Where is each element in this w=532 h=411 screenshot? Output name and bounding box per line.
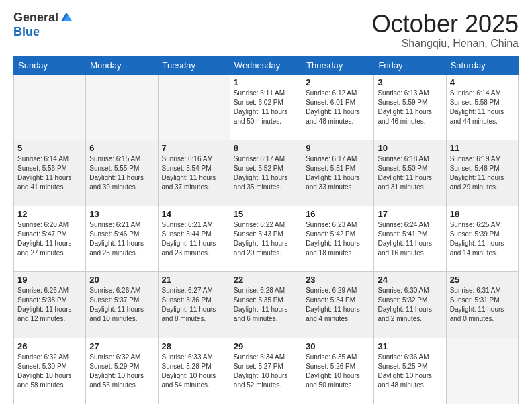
calendar: Sunday Monday Tuesday Wednesday Thursday…	[13, 56, 519, 404]
col-wednesday: Wednesday	[230, 56, 302, 74]
day-number: 4	[450, 77, 515, 87]
day-cell	[86, 74, 158, 140]
day-cell: 8Sunrise: 6:17 AMSunset: 5:52 PMDaylight…	[230, 140, 302, 205]
logo-general: General	[13, 11, 58, 25]
day-number: 23	[306, 275, 370, 285]
day-number: 19	[17, 275, 82, 285]
col-monday: Monday	[86, 56, 158, 74]
day-cell: 18Sunrise: 6:25 AMSunset: 5:39 PMDayligh…	[446, 206, 518, 272]
day-number: 15	[234, 209, 298, 219]
day-info: Sunrise: 6:22 AMSunset: 5:43 PMDaylight:…	[234, 221, 288, 257]
day-info: Sunrise: 6:24 AMSunset: 5:41 PMDaylight:…	[378, 221, 432, 257]
day-number: 31	[378, 341, 442, 351]
week-row-2: 5Sunrise: 6:14 AMSunset: 5:56 PMDaylight…	[14, 140, 519, 205]
day-number: 13	[89, 209, 154, 219]
month-title: October 2025	[372, 11, 519, 38]
week-row-5: 26Sunrise: 6:32 AMSunset: 5:30 PMDayligh…	[14, 338, 519, 404]
col-tuesday: Tuesday	[158, 56, 230, 74]
title-section: October 2025 Shangqiu, Henan, China	[372, 11, 519, 50]
col-saturday: Saturday	[446, 56, 518, 74]
day-number: 30	[306, 341, 370, 351]
col-friday: Friday	[374, 56, 446, 74]
day-cell: 14Sunrise: 6:21 AMSunset: 5:44 PMDayligh…	[158, 206, 230, 272]
page: General Blue October 2025 Shangqiu, Hena…	[0, 0, 532, 411]
day-cell: 15Sunrise: 6:22 AMSunset: 5:43 PMDayligh…	[230, 206, 302, 272]
logo-icon	[60, 11, 73, 25]
week-row-4: 19Sunrise: 6:26 AMSunset: 5:38 PMDayligh…	[14, 272, 519, 338]
col-sunday: Sunday	[14, 56, 86, 74]
day-number: 7	[162, 143, 226, 153]
day-cell: 25Sunrise: 6:31 AMSunset: 5:31 PMDayligh…	[446, 272, 518, 338]
day-info: Sunrise: 6:32 AMSunset: 5:29 PMDaylight:…	[89, 353, 144, 389]
day-cell: 28Sunrise: 6:33 AMSunset: 5:28 PMDayligh…	[158, 338, 230, 404]
day-info: Sunrise: 6:14 AMSunset: 5:58 PMDaylight:…	[450, 89, 504, 125]
day-info: Sunrise: 6:32 AMSunset: 5:30 PMDaylight:…	[17, 353, 72, 389]
day-info: Sunrise: 6:34 AMSunset: 5:27 PMDaylight:…	[234, 353, 288, 389]
day-cell	[14, 74, 86, 140]
day-cell: 27Sunrise: 6:32 AMSunset: 5:29 PMDayligh…	[86, 338, 158, 404]
day-info: Sunrise: 6:19 AMSunset: 5:48 PMDaylight:…	[450, 155, 504, 191]
day-number: 6	[89, 143, 154, 153]
day-number: 25	[450, 275, 515, 285]
day-cell: 6Sunrise: 6:15 AMSunset: 5:55 PMDaylight…	[86, 140, 158, 205]
day-info: Sunrise: 6:30 AMSunset: 5:32 PMDaylight:…	[378, 287, 432, 322]
day-number: 2	[306, 77, 370, 87]
day-cell: 13Sunrise: 6:21 AMSunset: 5:46 PMDayligh…	[86, 206, 158, 272]
day-number: 3	[378, 77, 442, 87]
day-cell: 4Sunrise: 6:14 AMSunset: 5:58 PMDaylight…	[446, 74, 518, 140]
day-info: Sunrise: 6:36 AMSunset: 5:25 PMDaylight:…	[378, 353, 432, 389]
day-info: Sunrise: 6:29 AMSunset: 5:34 PMDaylight:…	[306, 287, 360, 322]
day-number: 20	[89, 275, 154, 285]
day-info: Sunrise: 6:17 AMSunset: 5:51 PMDaylight:…	[306, 155, 360, 191]
day-info: Sunrise: 6:20 AMSunset: 5:47 PMDaylight:…	[17, 221, 72, 257]
day-info: Sunrise: 6:27 AMSunset: 5:36 PMDaylight:…	[162, 287, 216, 322]
day-info: Sunrise: 6:21 AMSunset: 5:46 PMDaylight:…	[89, 221, 144, 257]
day-number: 5	[17, 143, 82, 153]
location: Shangqiu, Henan, China	[372, 38, 519, 50]
header-row: Sunday Monday Tuesday Wednesday Thursday…	[14, 56, 519, 74]
day-cell: 23Sunrise: 6:29 AMSunset: 5:34 PMDayligh…	[302, 272, 374, 338]
day-info: Sunrise: 6:16 AMSunset: 5:54 PMDaylight:…	[162, 155, 216, 191]
day-number: 26	[17, 341, 82, 351]
day-cell: 3Sunrise: 6:13 AMSunset: 5:59 PMDaylight…	[374, 74, 446, 140]
day-cell: 29Sunrise: 6:34 AMSunset: 5:27 PMDayligh…	[230, 338, 302, 404]
day-info: Sunrise: 6:12 AMSunset: 6:01 PMDaylight:…	[306, 89, 360, 125]
day-info: Sunrise: 6:35 AMSunset: 5:26 PMDaylight:…	[306, 353, 360, 389]
day-number: 1	[234, 77, 298, 87]
day-info: Sunrise: 6:33 AMSunset: 5:28 PMDaylight:…	[162, 353, 216, 389]
week-row-3: 12Sunrise: 6:20 AMSunset: 5:47 PMDayligh…	[14, 206, 519, 272]
day-number: 22	[234, 275, 298, 285]
day-number: 27	[89, 341, 154, 351]
day-number: 8	[234, 143, 298, 153]
col-thursday: Thursday	[302, 56, 374, 74]
day-info: Sunrise: 6:31 AMSunset: 5:31 PMDaylight:…	[450, 287, 504, 322]
day-info: Sunrise: 6:17 AMSunset: 5:52 PMDaylight:…	[234, 155, 288, 191]
day-number: 18	[450, 209, 515, 219]
day-info: Sunrise: 6:25 AMSunset: 5:39 PMDaylight:…	[450, 221, 504, 257]
day-number: 17	[378, 209, 442, 219]
day-cell: 12Sunrise: 6:20 AMSunset: 5:47 PMDayligh…	[14, 206, 86, 272]
day-number: 11	[450, 143, 515, 153]
day-number: 14	[162, 209, 226, 219]
day-cell: 26Sunrise: 6:32 AMSunset: 5:30 PMDayligh…	[14, 338, 86, 404]
day-info: Sunrise: 6:15 AMSunset: 5:55 PMDaylight:…	[89, 155, 144, 191]
day-info: Sunrise: 6:26 AMSunset: 5:38 PMDaylight:…	[17, 287, 72, 322]
day-info: Sunrise: 6:14 AMSunset: 5:56 PMDaylight:…	[17, 155, 72, 191]
day-cell	[158, 74, 230, 140]
day-number: 16	[306, 209, 370, 219]
day-number: 29	[234, 341, 298, 351]
day-cell: 31Sunrise: 6:36 AMSunset: 5:25 PMDayligh…	[374, 338, 446, 404]
day-info: Sunrise: 6:28 AMSunset: 5:35 PMDaylight:…	[234, 287, 288, 322]
day-cell: 9Sunrise: 6:17 AMSunset: 5:51 PMDaylight…	[302, 140, 374, 205]
day-info: Sunrise: 6:21 AMSunset: 5:44 PMDaylight:…	[162, 221, 216, 257]
day-cell: 2Sunrise: 6:12 AMSunset: 6:01 PMDaylight…	[302, 74, 374, 140]
logo-blue: Blue	[13, 25, 40, 39]
logo: General Blue	[13, 11, 73, 39]
day-cell: 5Sunrise: 6:14 AMSunset: 5:56 PMDaylight…	[14, 140, 86, 205]
day-number: 10	[378, 143, 442, 153]
day-number: 12	[17, 209, 82, 219]
day-cell: 17Sunrise: 6:24 AMSunset: 5:41 PMDayligh…	[374, 206, 446, 272]
day-cell: 7Sunrise: 6:16 AMSunset: 5:54 PMDaylight…	[158, 140, 230, 205]
day-info: Sunrise: 6:13 AMSunset: 5:59 PMDaylight:…	[378, 89, 432, 125]
day-cell: 22Sunrise: 6:28 AMSunset: 5:35 PMDayligh…	[230, 272, 302, 338]
